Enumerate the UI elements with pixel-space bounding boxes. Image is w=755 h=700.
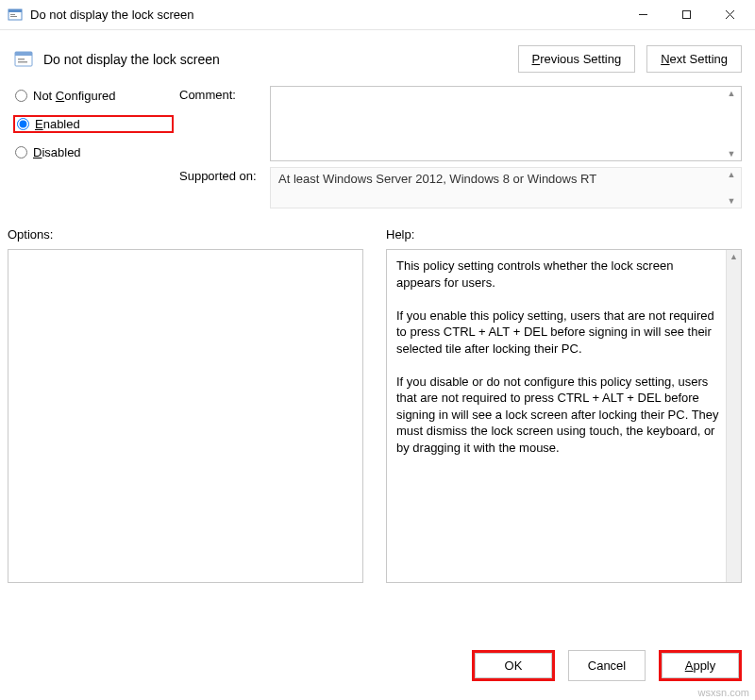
previous-setting-label: revious Setting bbox=[540, 52, 621, 66]
svg-rect-11 bbox=[18, 61, 27, 63]
svg-rect-1 bbox=[8, 9, 22, 12]
svg-rect-2 bbox=[10, 14, 15, 15]
chevron-up-icon[interactable]: ▲ bbox=[724, 170, 739, 179]
footer-buttons: OK Cancel Apply bbox=[472, 650, 742, 681]
state-radios: Not Configured Enabled Disabled bbox=[13, 86, 174, 160]
supported-scroll[interactable]: ▲ ▼ bbox=[724, 170, 739, 206]
chevron-down-icon[interactable]: ▼ bbox=[724, 196, 739, 206]
radio-enabled-input[interactable] bbox=[17, 118, 29, 130]
apply-button-highlight: Apply bbox=[659, 650, 742, 681]
help-scrollbar[interactable]: ▲ bbox=[726, 250, 741, 582]
options-label: Options: bbox=[8, 227, 363, 242]
next-setting-button[interactable]: Next Setting bbox=[646, 45, 742, 73]
lower-labels: Options: Help: bbox=[0, 218, 755, 245]
supported-on-box: At least Windows Server 2012, Windows 8 … bbox=[270, 167, 742, 208]
help-label: Help: bbox=[386, 227, 742, 242]
policy-icon bbox=[13, 49, 34, 70]
supported-on-label: Supported on: bbox=[179, 167, 264, 183]
window-title: Do not display the lock screen bbox=[30, 8, 193, 22]
window-titlebar: Do not display the lock screen bbox=[0, 0, 755, 30]
watermark: wsxsn.com bbox=[698, 687, 749, 698]
comment-label: Comment: bbox=[179, 86, 264, 102]
close-button[interactable] bbox=[708, 1, 751, 29]
previous-setting-key: P bbox=[532, 52, 541, 66]
radio-enabled[interactable]: Enabled bbox=[17, 117, 80, 131]
apply-rest: pply bbox=[693, 658, 715, 673]
comment-textarea[interactable]: ▲ ▼ bbox=[270, 86, 742, 161]
radio-disabled[interactable]: Disabled bbox=[13, 144, 174, 160]
help-pane: This policy setting controls whether the… bbox=[386, 249, 742, 583]
apply-button[interactable]: Apply bbox=[662, 653, 739, 678]
policy-title: Do not display the lock screen bbox=[43, 52, 220, 67]
radio-not-configured-input[interactable] bbox=[15, 90, 27, 102]
cancel-button[interactable]: Cancel bbox=[568, 650, 646, 681]
svg-rect-9 bbox=[15, 52, 32, 56]
radio-enabled-highlight: Enabled bbox=[13, 115, 174, 133]
help-text: This policy setting controls whether the… bbox=[387, 250, 741, 464]
next-setting-label: ext Setting bbox=[670, 52, 728, 66]
comment-scroll[interactable]: ▲ ▼ bbox=[724, 89, 739, 158]
ok-button[interactable]: OK bbox=[475, 653, 552, 678]
radio-disabled-label: Disabled bbox=[33, 145, 81, 159]
chevron-down-icon[interactable]: ▼ bbox=[724, 149, 739, 158]
config-area: Not Configured Enabled Disabled Comment:… bbox=[0, 76, 755, 218]
radio-enabled-label: Enabled bbox=[35, 117, 80, 131]
previous-setting-button[interactable]: Previous Setting bbox=[518, 45, 636, 73]
chevron-up-icon[interactable]: ▲ bbox=[724, 89, 739, 98]
radio-disabled-input[interactable] bbox=[15, 146, 27, 158]
ok-button-highlight: OK bbox=[472, 650, 555, 681]
app-icon bbox=[8, 8, 23, 23]
supported-on-text: At least Windows Server 2012, Windows 8 … bbox=[278, 172, 596, 186]
svg-rect-10 bbox=[18, 58, 25, 60]
panes-row: This policy setting controls whether the… bbox=[0, 245, 755, 583]
header-row: Do not display the lock screen Previous … bbox=[0, 30, 755, 76]
chevron-up-icon[interactable]: ▲ bbox=[730, 252, 738, 261]
radio-not-configured-label: Not Configured bbox=[33, 89, 115, 103]
radio-not-configured[interactable]: Not Configured bbox=[13, 88, 174, 104]
maximize-button[interactable] bbox=[664, 1, 708, 29]
svg-rect-3 bbox=[10, 16, 17, 17]
next-setting-key: N bbox=[661, 52, 669, 66]
minimize-button[interactable] bbox=[621, 1, 664, 29]
svg-rect-5 bbox=[682, 11, 690, 19]
options-pane bbox=[8, 249, 363, 583]
